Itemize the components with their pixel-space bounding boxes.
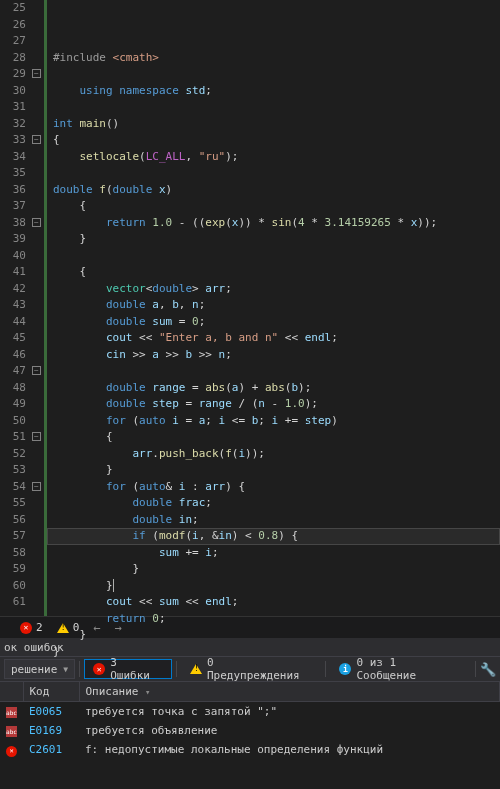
code-line[interactable]: } xyxy=(51,561,500,578)
line-number: 43 xyxy=(0,297,26,314)
line-number: 25 xyxy=(0,0,26,17)
code-line[interactable]: double range = abs(a) + abs(b); xyxy=(51,380,500,397)
line-number: 56 xyxy=(0,512,26,529)
line-number: 30 xyxy=(0,83,26,100)
code-line[interactable]: double step = range / (n - 1.0); xyxy=(51,396,500,413)
error-icon: ✕ xyxy=(93,663,105,675)
code-line[interactable]: #include <cmath> xyxy=(51,50,500,67)
fold-toggle[interactable]: − xyxy=(32,135,41,144)
line-number: 35 xyxy=(0,165,26,182)
line-number: 51 xyxy=(0,429,26,446)
line-number: 29 xyxy=(0,66,26,83)
code-line[interactable]: if (modf(i, &in) < 0.8) { xyxy=(51,528,500,545)
fold-toggle[interactable]: − xyxy=(32,218,41,227)
code-line[interactable]: cout << sum << endl; xyxy=(51,594,500,611)
code-line[interactable]: cin >> a >> b >> n; xyxy=(51,347,500,364)
col-icon[interactable] xyxy=(0,682,23,702)
line-number: 41 xyxy=(0,264,26,281)
code-line[interactable]: { xyxy=(51,264,500,281)
fold-toggle[interactable]: − xyxy=(32,482,41,491)
code-line[interactable]: using namespace std; xyxy=(51,83,500,100)
line-number: 60 xyxy=(0,578,26,595)
error-row[interactable]: ✕C2601f: недопустимые локальные определе… xyxy=(0,740,500,760)
fold-toggle[interactable]: − xyxy=(32,69,41,78)
code-line[interactable]: double frac; xyxy=(51,495,500,512)
code-line[interactable]: for (auto& i : arr) { xyxy=(51,479,500,496)
separator xyxy=(325,661,326,677)
code-line[interactable]: } xyxy=(51,231,500,248)
messages-filter-pill[interactable]: i 0 из 1 Сообщение xyxy=(330,659,471,679)
line-number: 57 xyxy=(0,528,26,545)
warning-icon xyxy=(190,664,202,674)
code-line[interactable]: double sum = 0; xyxy=(51,314,500,331)
line-number: 28 xyxy=(0,50,26,67)
error-description: требуется объявление xyxy=(79,721,500,740)
error-icon: ✕ xyxy=(20,622,32,634)
col-code[interactable]: Код xyxy=(23,682,79,702)
fold-toggle[interactable]: − xyxy=(32,432,41,441)
code-line[interactable]: vector<double> arr; xyxy=(51,281,500,298)
code-line[interactable]: setlocale(LC_ALL, "ru"); xyxy=(51,149,500,166)
line-number: 46 xyxy=(0,347,26,364)
code-line[interactable]: double a, b, n; xyxy=(51,297,500,314)
line-number: 31 xyxy=(0,99,26,116)
line-number: 53 xyxy=(0,462,26,479)
code-editor[interactable]: 2526272829303132333435363738394041424344… xyxy=(0,0,500,616)
code-area[interactable]: #include <cmath> using namespace std;int… xyxy=(44,0,500,616)
build-icon[interactable]: 🔧 xyxy=(480,662,496,677)
error-code-link[interactable]: E0169 xyxy=(29,724,62,737)
line-number: 50 xyxy=(0,413,26,430)
filter-icon[interactable]: ▾ xyxy=(145,687,150,697)
code-line[interactable]: { xyxy=(51,198,500,215)
line-number: 39 xyxy=(0,231,26,248)
fold-toggle[interactable]: − xyxy=(32,366,41,375)
code-line[interactable]: } xyxy=(51,627,500,644)
code-line[interactable] xyxy=(51,66,500,83)
code-line[interactable]: sum += i; xyxy=(51,545,500,562)
code-line[interactable]: cout << "Enter a, b and n" << endl; xyxy=(51,330,500,347)
error-icon: ✕ xyxy=(6,746,17,757)
line-number: 34 xyxy=(0,149,26,166)
line-number: 48 xyxy=(0,380,26,397)
info-icon: i xyxy=(339,663,351,675)
code-line[interactable] xyxy=(51,248,500,265)
code-line[interactable]: } xyxy=(51,578,500,595)
error-code-link[interactable]: C2601 xyxy=(29,743,62,756)
line-number: 54 xyxy=(0,479,26,496)
line-number: 36 xyxy=(0,182,26,199)
code-line[interactable]: double f(double x) xyxy=(51,182,500,199)
warnings-filter-pill[interactable]: 0 Предупреждения xyxy=(181,659,322,679)
warning-icon xyxy=(57,623,69,633)
error-code-link[interactable]: E0065 xyxy=(29,705,62,718)
line-number: 47 xyxy=(0,363,26,380)
code-line[interactable] xyxy=(51,165,500,182)
code-line[interactable]: return 1.0 - ((exp(x)) * sin(4 * 3.14159… xyxy=(51,215,500,232)
line-number: 33 xyxy=(0,132,26,149)
code-line[interactable] xyxy=(51,363,500,380)
status-error-text: 2 xyxy=(36,621,43,634)
code-line[interactable]: for (auto i = a; i <= b; i += step) xyxy=(51,413,500,430)
error-row[interactable]: abcE0169требуется объявление xyxy=(0,721,500,740)
chevron-down-icon: ▼ xyxy=(63,665,68,674)
error-row[interactable]: abcE0065требуется точка с запятой ";" xyxy=(0,702,500,722)
line-number: 59 xyxy=(0,561,26,578)
code-line[interactable]: } xyxy=(51,644,500,661)
scope-dropdown[interactable]: решение ▼ xyxy=(4,659,75,679)
code-line[interactable]: { xyxy=(51,429,500,446)
separator xyxy=(176,661,177,677)
code-line[interactable]: } xyxy=(51,462,500,479)
code-line[interactable] xyxy=(51,99,500,116)
errors-filter-pill[interactable]: ✕ 3 Ошибки xyxy=(84,659,172,679)
intellisense-icon: abc xyxy=(6,707,17,718)
status-error-count[interactable]: ✕ 2 xyxy=(20,621,43,634)
code-line[interactable]: double in; xyxy=(51,512,500,529)
code-line[interactable]: arr.push_back(f(i)); xyxy=(51,446,500,463)
col-description[interactable]: Описание ▾ xyxy=(79,682,500,702)
code-line[interactable]: return 0; xyxy=(51,611,500,628)
error-list-table: Код Описание ▾ abcE0065требуется точка с… xyxy=(0,682,500,760)
code-line[interactable]: { xyxy=(51,132,500,149)
line-number-gutter: 2526272829303132333435363738394041424344… xyxy=(0,0,30,616)
line-number: 38 xyxy=(0,215,26,232)
fold-column: −−−−−− xyxy=(30,0,44,616)
code-line[interactable]: int main() xyxy=(51,116,500,133)
